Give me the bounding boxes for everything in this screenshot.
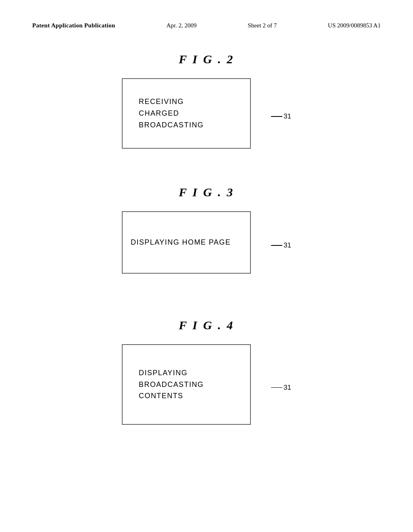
patent-number-label: US 2009/0089853 A1 <box>328 22 381 29</box>
fig2-section: F I G . 2 RECEIVING CHARGED BROADCASTING… <box>0 52 413 155</box>
fig4-ref-num: 31 <box>284 384 291 392</box>
date-label: Apr. 2, 2009 <box>166 22 196 29</box>
fig3-diagram: DISPLAYING HOME PAGE 31 <box>122 211 291 280</box>
fig3-title: F I G . 3 <box>179 185 234 199</box>
fig3-box-text: DISPLAYING HOME PAGE <box>131 237 231 248</box>
fig3-section: F I G . 3 DISPLAYING HOME PAGE 31 <box>0 185 413 280</box>
fig2-line1: RECEIVING <box>139 96 204 108</box>
fig4-line3: CONTENTS <box>139 390 204 402</box>
fig2-arrow <box>271 116 282 117</box>
fig4-arrow <box>271 387 282 388</box>
fig4-title: F I G . 4 <box>179 318 234 332</box>
fig3-ref-label: 31 <box>271 241 291 249</box>
publication-label: Patent Application Publication <box>32 22 115 29</box>
fig4-line1: DISPLAYING <box>139 367 204 379</box>
fig2-line2: CHARGED <box>139 108 204 119</box>
fig2-ref-num: 31 <box>284 112 291 121</box>
fig4-box-text: DISPLAYING BROADCASTING CONTENTS <box>139 367 204 402</box>
fig4-ref-label: 31 <box>271 384 291 392</box>
page: Patent Application Publication Apr. 2, 2… <box>0 0 413 532</box>
fig4-box: DISPLAYING BROADCASTING CONTENTS <box>122 344 251 425</box>
fig4-line2: BROADCASTING <box>139 379 204 391</box>
fig2-title: F I G . 2 <box>179 52 234 66</box>
fig2-line3: BROADCASTING <box>139 119 204 131</box>
fig4-diagram: DISPLAYING BROADCASTING CONTENTS 31 <box>122 344 291 431</box>
fig2-diagram: RECEIVING CHARGED BROADCASTING 31 <box>122 78 291 155</box>
fig2-box-text: RECEIVING CHARGED BROADCASTING <box>139 96 204 131</box>
fig3-ref-num: 31 <box>284 241 291 249</box>
fig2-box: RECEIVING CHARGED BROADCASTING <box>122 78 251 149</box>
sheet-label: Sheet 2 of 7 <box>248 22 277 29</box>
fig2-ref-label: 31 <box>271 112 291 121</box>
fig3-box: DISPLAYING HOME PAGE <box>122 211 251 274</box>
page-header: Patent Application Publication Apr. 2, 2… <box>32 22 381 29</box>
fig4-section: F I G . 4 DISPLAYING BROADCASTING CONTEN… <box>0 318 413 431</box>
fig3-arrow <box>271 245 282 246</box>
